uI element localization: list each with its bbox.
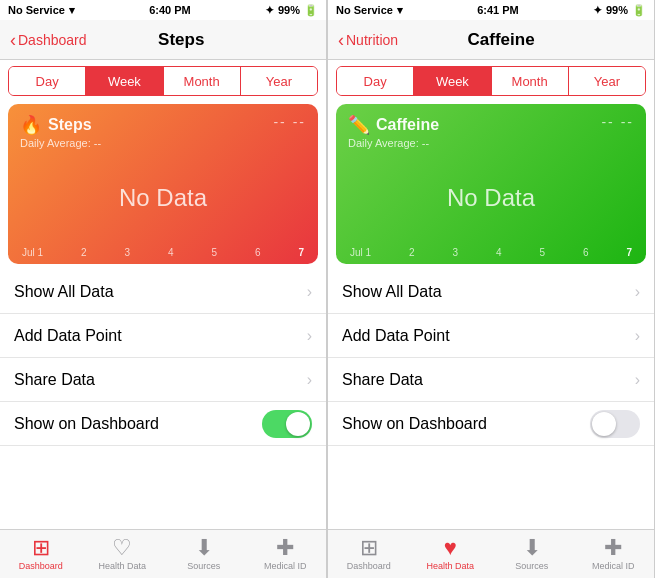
tab-year-caffeine[interactable]: Year [569,67,645,95]
caffeine-icon: ✏️ [348,114,370,136]
caffeine-panel: No Service ▾ 6:41 PM ✦ 99% 🔋 ‹ Nutrition… [328,0,655,578]
time-label-1: 6:40 PM [149,4,191,16]
health-data-icon-caffeine: ♥ [444,537,457,559]
steps-icon: 🔥 [20,114,42,136]
tab-dashboard-caffeine[interactable]: ⊞ Dashboard [328,530,410,578]
wifi-icon-1: ▾ [69,4,75,17]
dashboard-icon-caffeine: ⊞ [360,537,378,559]
time-tabs-caffeine: Day Week Month Year [336,66,646,96]
no-service-label-1: No Service [8,4,65,16]
dashboard-icon-steps: ⊞ [32,537,50,559]
x-label-7-caffeine: 7 [626,247,632,258]
tab-week-steps[interactable]: Week [86,67,163,95]
x-label-6-caffeine: 6 [583,247,589,258]
toggle-steps[interactable] [262,410,312,438]
x-label-5-steps: 5 [211,247,217,258]
x-label-2-caffeine: 2 [409,247,415,258]
toggle-knob-caffeine [592,412,616,436]
wifi-icon-2: ▾ [397,4,403,17]
add-data-point-caffeine[interactable]: Add Data Point › [328,314,654,358]
chart-dots-caffeine: -- -- [601,114,634,130]
medical-id-icon-caffeine: ✚ [604,537,622,559]
tab-sources-steps[interactable]: ⬇ Sources [163,530,245,578]
steps-panel: No Service ▾ 6:40 PM ✦ 99% 🔋 ‹ Dashboard… [0,0,327,578]
dashboard-label-steps: Dashboard [19,561,63,571]
tab-health-data-steps[interactable]: ♡ Health Data [82,530,164,578]
tab-dashboard-steps[interactable]: ⊞ Dashboard [0,530,82,578]
show-on-dashboard-steps[interactable]: Show on Dashboard [0,402,326,446]
show-on-dashboard-caffeine[interactable]: Show on Dashboard [328,402,654,446]
health-data-icon-steps: ♡ [112,537,132,559]
time-label-2: 6:41 PM [477,4,519,16]
x-label-6-steps: 6 [255,247,261,258]
battery-label-2: 99% [606,4,628,16]
x-axis-steps: Jul 1 2 3 4 5 6 7 [20,247,306,258]
tab-medical-id-caffeine[interactable]: ✚ Medical ID [573,530,655,578]
medical-id-label-caffeine: Medical ID [592,561,635,571]
share-data-steps[interactable]: Share Data › [0,358,326,402]
chart-dots-steps: -- -- [273,114,306,130]
health-data-label-steps: Health Data [98,561,146,571]
add-data-point-label-caffeine: Add Data Point [342,327,450,345]
health-data-label-caffeine: Health Data [426,561,474,571]
battery-icon-2: 🔋 [632,4,646,17]
chart-subtitle-caffeine: Daily Average: -- [348,137,439,149]
chart-card-caffeine: ✏️ Caffeine Daily Average: -- -- -- No D… [336,104,646,264]
share-data-caffeine[interactable]: Share Data › [328,358,654,402]
chart-card-steps: 🔥 Steps Daily Average: -- -- -- No Data … [8,104,318,264]
add-data-point-steps[interactable]: Add Data Point › [0,314,326,358]
tab-sources-caffeine[interactable]: ⬇ Sources [491,530,573,578]
show-all-data-caffeine[interactable]: Show All Data › [328,270,654,314]
no-data-steps: No Data [20,149,306,247]
toggle-knob-steps [286,412,310,436]
chevron-icon-steps-2: › [307,371,312,389]
tab-medical-id-steps[interactable]: ✚ Medical ID [245,530,327,578]
nav-bar-steps: ‹ Dashboard Steps [0,20,326,60]
chevron-icon-caffeine-0: › [635,283,640,301]
x-axis-caffeine: Jul 1 2 3 4 5 6 7 [348,247,634,258]
show-on-dashboard-label-caffeine: Show on Dashboard [342,415,487,433]
tab-day-steps[interactable]: Day [9,67,86,95]
sources-label-caffeine: Sources [515,561,548,571]
tab-day-caffeine[interactable]: Day [337,67,414,95]
show-all-data-label-steps: Show All Data [14,283,114,301]
x-label-4-caffeine: 4 [496,247,502,258]
chart-subtitle-steps: Daily Average: -- [20,137,101,149]
tab-year-steps[interactable]: Year [241,67,317,95]
sources-icon-caffeine: ⬇ [523,537,541,559]
back-arrow-icon-caffeine: ‹ [338,31,344,49]
share-data-label-caffeine: Share Data [342,371,423,389]
nav-title-caffeine: Caffeine [358,30,644,50]
share-data-label-steps: Share Data [14,371,95,389]
battery-icon-1: 🔋 [304,4,318,17]
medical-id-label-steps: Medical ID [264,561,307,571]
sources-label-steps: Sources [187,561,220,571]
tab-bar-steps: ⊞ Dashboard ♡ Health Data ⬇ Sources ✚ Me… [0,529,326,578]
nav-title-steps: Steps [47,30,317,50]
chart-title-caffeine: Caffeine [376,116,439,134]
status-bar-steps: No Service ▾ 6:40 PM ✦ 99% 🔋 [0,0,326,20]
tab-week-caffeine[interactable]: Week [414,67,491,95]
show-all-data-steps[interactable]: Show All Data › [0,270,326,314]
tab-health-data-caffeine[interactable]: ♥ Health Data [410,530,492,578]
x-label-3-caffeine: 3 [453,247,459,258]
tab-bar-caffeine: ⊞ Dashboard ♥ Health Data ⬇ Sources ✚ Me… [328,529,654,578]
tab-month-steps[interactable]: Month [164,67,241,95]
show-on-dashboard-label-steps: Show on Dashboard [14,415,159,433]
add-data-point-label-steps: Add Data Point [14,327,122,345]
no-data-caffeine: No Data [348,149,634,247]
time-tabs-steps: Day Week Month Year [8,66,318,96]
x-label-jul1-caffeine: Jul 1 [350,247,371,258]
x-label-5-caffeine: 5 [539,247,545,258]
tab-month-caffeine[interactable]: Month [492,67,569,95]
chevron-icon-caffeine-1: › [635,327,640,345]
chevron-icon-steps-1: › [307,327,312,345]
x-label-jul1-steps: Jul 1 [22,247,43,258]
toggle-caffeine[interactable] [590,410,640,438]
sources-icon-steps: ⬇ [195,537,213,559]
menu-list-steps: Show All Data › Add Data Point › Share D… [0,270,326,529]
no-service-label-2: No Service [336,4,393,16]
dashboard-label-caffeine: Dashboard [347,561,391,571]
bluetooth-icon-2: ✦ [593,4,602,17]
status-bar-caffeine: No Service ▾ 6:41 PM ✦ 99% 🔋 [328,0,654,20]
